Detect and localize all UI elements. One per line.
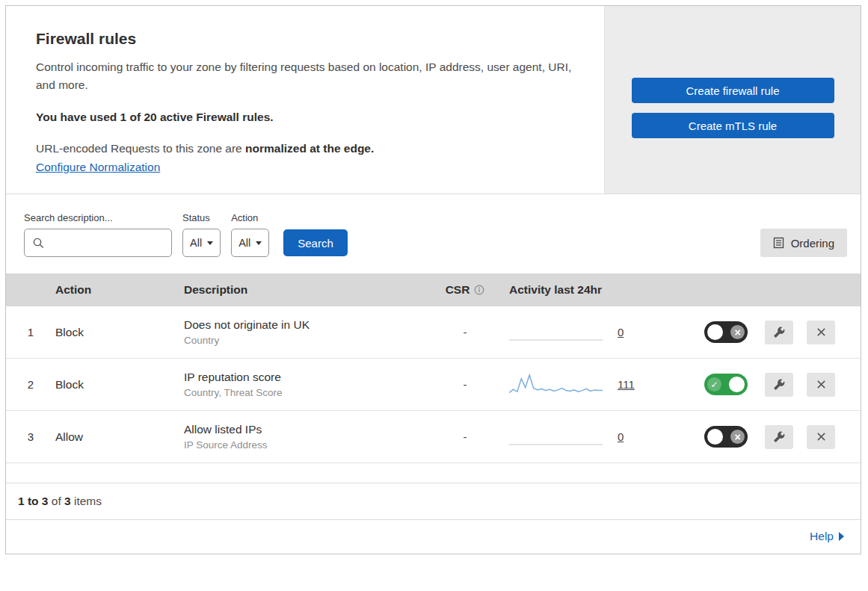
document-list-icon [773,237,784,249]
toggle-knob [707,429,723,445]
close-icon [816,380,826,389]
column-header-action: Action [55,283,184,297]
filter-bar: Search description... Status All Action … [6,194,861,273]
action-dropdown[interactable]: All [231,229,269,257]
page-description: Control incoming traffic to your zone by… [36,58,574,94]
activity-sparkline [509,371,603,399]
csr-value: - [421,378,509,391]
edit-rule-button[interactable] [765,321,793,344]
rule-description-text: Does not originate in UK [184,318,421,332]
items-of-text: of [48,495,64,507]
help-link-label: Help [810,530,834,542]
column-header-activity: Activity last 24hr [509,283,687,297]
activity-cell: 0 [509,318,687,347]
firewall-rules-page: Firewall rules Control incoming traffic … [5,5,861,554]
rule-criteria: Country, Threat Score [184,387,421,398]
usage-note: You have used 1 of 20 active Firewall ru… [36,111,574,124]
table-row: 3 Allow Allow listed IPs IP Source Addre… [6,411,861,463]
rule-criteria: Country [184,335,421,346]
search-icon [32,237,45,250]
rule-description-text: Allow listed IPs [184,423,421,436]
items-total: 3 [64,495,71,507]
page-title: Firewall rules [36,30,574,48]
search-button[interactable]: Search [283,229,348,256]
rule-action: Allow [55,430,184,444]
activity-count-link[interactable]: 0 [618,430,624,443]
close-icon [816,327,826,337]
actions-panel: Create firewall rule Create mTLS rule [604,6,861,194]
search-input-box[interactable] [24,229,172,257]
chevron-down-icon [207,241,213,245]
action-filter-group: Action All [231,212,269,257]
activity-count-link[interactable]: 0 [618,326,624,338]
help-bar: Help [6,520,861,554]
help-link[interactable]: Help [810,530,834,542]
normalization-text: URL-encoded Requests to this zone are [36,142,245,155]
create-mtls-rule-button[interactable]: Create mTLS rule [632,113,834,138]
ordering-button-label: Ordering [791,237,834,250]
wrench-icon [773,431,785,443]
items-count: 1 to 3 of 3 items [6,483,861,520]
rule-number: 2 [6,378,55,391]
status-dropdown-value: All [190,237,202,249]
delete-rule-button[interactable] [807,321,835,344]
enable-toggle[interactable]: ✓ × [704,426,748,448]
activity-cell: 0 [509,423,687,451]
status-filter-group: Status All [182,212,221,257]
action-label: Action [231,212,269,223]
items-suffix: items [71,495,102,507]
page-header: Firewall rules Control incoming traffic … [6,6,861,194]
table-header-row: Action Description CSR Activity last 24h… [6,273,861,306]
enable-toggle[interactable]: ✓ × [704,374,748,395]
rule-number: 1 [6,326,55,338]
activity-sparkline [509,423,603,451]
search-input[interactable] [45,236,164,250]
rules-table: Action Description CSR Activity last 24h… [6,273,861,463]
wrench-icon [773,327,785,338]
chevron-down-icon [256,241,262,245]
create-firewall-rule-button[interactable]: Create firewall rule [632,78,834,103]
csr-value: - [421,326,509,338]
action-dropdown-value: All [238,237,250,249]
edit-rule-button[interactable] [765,425,793,449]
rule-description: IP reputation score Country, Threat Scor… [184,371,421,398]
edit-rule-button[interactable] [765,373,793,397]
activity-count-link[interactable]: 111 [618,378,635,391]
help-arrow-icon [839,532,844,541]
intro-panel: Firewall rules Control incoming traffic … [6,6,604,194]
close-icon [816,432,826,442]
rule-criteria: IP Source Address [184,439,421,451]
rule-action: Block [55,378,184,392]
search-group: Search description... [24,212,172,257]
toggle-knob [707,324,723,340]
items-range: 1 to 3 [18,495,48,507]
status-dropdown[interactable]: All [182,229,221,257]
wrench-icon [773,379,785,391]
rule-description-text: IP reputation score [184,371,421,384]
normalization-bold-text: normalized at the edge. [245,142,374,155]
toggle-knob [729,377,745,392]
configure-normalization-link[interactable]: Configure Normalization [36,161,160,173]
search-label: Search description... [24,212,172,223]
column-header-csr: CSR [446,283,485,297]
ordering-button[interactable]: Ordering [760,229,847,257]
status-label: Status [182,212,221,223]
column-header-description: Description [184,283,421,297]
rule-action: Block [55,326,184,339]
rule-description: Allow listed IPs IP Source Address [184,423,421,451]
table-row: 1 Block Does not originate in UK Country… [6,306,861,359]
normalization-note: URL-encoded Requests to this zone are no… [36,142,574,155]
table-row: 2 Block IP reputation score Country, Thr… [6,359,861,411]
x-icon: × [730,430,745,444]
activity-cell: 111 [509,371,687,399]
table-footer-spacer [6,463,861,483]
rule-number: 3 [6,430,55,443]
info-icon[interactable] [474,285,484,295]
activity-sparkline [509,318,603,347]
delete-rule-button[interactable] [807,373,835,397]
check-icon: ✓ [707,377,721,392]
enable-toggle[interactable]: ✓ × [704,321,748,343]
csr-value: - [421,430,509,443]
delete-rule-button[interactable] [807,425,835,449]
x-icon: × [730,325,745,339]
